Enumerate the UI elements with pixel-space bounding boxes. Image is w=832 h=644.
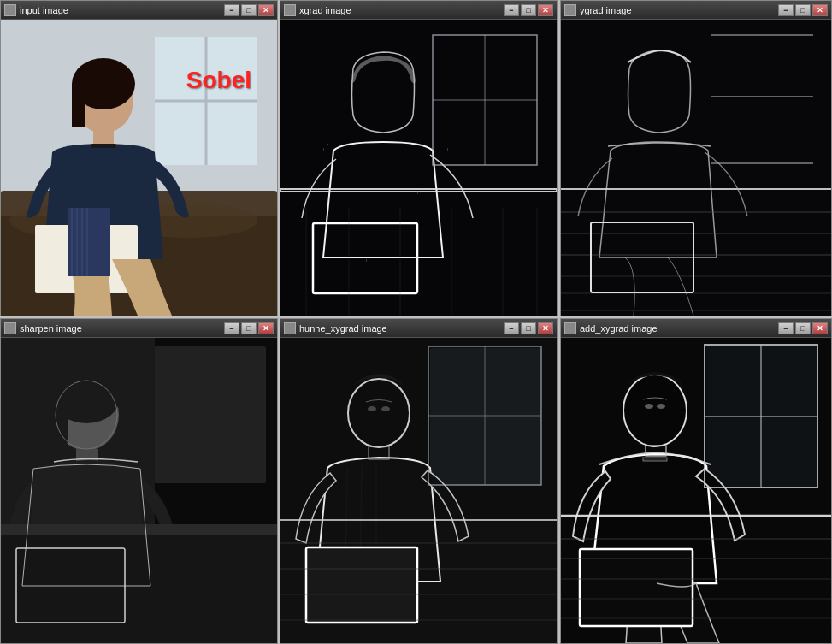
svg-point-93 xyxy=(657,404,665,409)
svg-rect-10 xyxy=(72,84,85,127)
close-button-addxy[interactable]: ✕ xyxy=(812,322,828,334)
window-addxy: add_xygrad image − □ ✕ xyxy=(560,318,832,644)
xgrad-image xyxy=(280,20,557,316)
svg-rect-53 xyxy=(52,396,68,443)
minimize-button-sharpen[interactable]: − xyxy=(224,322,239,334)
addxy-svg xyxy=(561,338,831,643)
close-button-hunhe[interactable]: ✕ xyxy=(538,322,553,334)
titlebar-buttons-sharpen: − □ ✕ xyxy=(224,322,274,334)
titlebar-buttons-input: − □ ✕ xyxy=(224,4,274,16)
window-xgrad: xgrad image − □ ✕ xyxy=(280,0,558,316)
maximize-button-xgrad[interactable]: □ xyxy=(521,4,536,16)
hunhe-image xyxy=(280,338,557,643)
content-hunhe xyxy=(280,338,557,643)
svg-rect-19 xyxy=(280,20,557,316)
window-title-sharpen: sharpen image xyxy=(20,323,82,334)
minimize-button-ygrad[interactable]: − xyxy=(778,4,794,16)
content-sharpen xyxy=(1,338,277,643)
window-icon-addxy xyxy=(564,322,576,334)
svg-rect-95 xyxy=(643,458,667,461)
svg-rect-14 xyxy=(71,208,73,276)
hunhe-svg xyxy=(280,338,557,643)
titlebar-addxy: add_xygrad image − □ ✕ xyxy=(561,319,831,338)
window-title-addxy: add_xygrad image xyxy=(580,323,658,334)
maximize-button-input[interactable]: □ xyxy=(241,4,257,16)
svg-point-75 xyxy=(368,406,376,411)
svg-rect-49 xyxy=(155,346,266,483)
content-input: Sobel xyxy=(1,20,277,316)
window-icon-xgrad xyxy=(284,4,296,16)
minimize-button-hunhe[interactable]: − xyxy=(504,322,519,334)
ygrad-svg xyxy=(561,20,831,316)
titlebar-input: input image − □ ✕ xyxy=(1,1,277,20)
titlebar-sharpen: sharpen image − □ ✕ xyxy=(1,319,277,338)
window-ygrad: ygrad image − □ ✕ xyxy=(560,0,832,316)
close-button-sharpen[interactable]: ✕ xyxy=(258,322,274,334)
content-xgrad xyxy=(280,20,557,316)
window-title-ygrad: ygrad image xyxy=(580,5,632,15)
content-addxy xyxy=(561,338,831,643)
svg-rect-15 xyxy=(76,208,78,276)
titlebar-buttons-addxy: − □ ✕ xyxy=(778,322,828,334)
svg-rect-35 xyxy=(366,259,367,262)
maximize-button-sharpen[interactable]: □ xyxy=(241,322,257,334)
sharpen-svg xyxy=(1,338,277,643)
window-hunhe: hunhe_xygrad image − □ ✕ xyxy=(280,318,558,644)
minimize-button-addxy[interactable]: − xyxy=(778,322,794,334)
svg-point-81 xyxy=(623,375,687,446)
svg-rect-17 xyxy=(86,208,88,276)
titlebar-hunhe: hunhe_xygrad image − □ ✕ xyxy=(280,319,557,338)
titlebar-xgrad: xgrad image − □ ✕ xyxy=(280,1,557,20)
xgrad-svg xyxy=(280,20,557,316)
titlebar-buttons-ygrad: − □ ✕ xyxy=(778,4,828,16)
window-icon-ygrad xyxy=(564,4,576,16)
sharpen-image xyxy=(1,338,277,643)
svg-point-92 xyxy=(645,404,653,409)
svg-rect-33 xyxy=(447,148,448,151)
svg-rect-58 xyxy=(1,524,277,535)
svg-rect-66 xyxy=(306,547,417,623)
svg-rect-82 xyxy=(580,549,693,626)
close-button-xgrad[interactable]: ✕ xyxy=(538,4,553,16)
window-title-xgrad: xgrad image xyxy=(299,5,351,15)
svg-rect-34 xyxy=(417,191,418,194)
window-sharpen: sharpen image − □ ✕ xyxy=(0,318,278,644)
input-image-svg xyxy=(1,20,277,316)
svg-rect-59 xyxy=(1,535,277,643)
maximize-button-hunhe[interactable]: □ xyxy=(521,322,536,334)
sobel-label: Sobel xyxy=(186,67,251,94)
maximize-button-ygrad[interactable]: □ xyxy=(795,4,811,16)
titlebar-buttons-hunhe: − □ ✕ xyxy=(504,322,553,334)
svg-rect-18 xyxy=(91,144,116,148)
minimize-button-xgrad[interactable]: − xyxy=(504,4,519,16)
addxy-image xyxy=(561,338,831,643)
maximize-button-addxy[interactable]: □ xyxy=(795,322,811,334)
svg-rect-32 xyxy=(327,144,328,145)
ygrad-image xyxy=(561,20,831,316)
input-image: Sobel xyxy=(1,20,277,316)
minimize-button-input[interactable]: − xyxy=(224,4,239,16)
close-button-ygrad[interactable]: ✕ xyxy=(812,4,828,16)
window-input: input image − □ ✕ xyxy=(0,0,278,316)
window-icon-hunhe xyxy=(284,322,296,334)
window-icon-sharpen xyxy=(4,322,16,334)
titlebar-ygrad: ygrad image − □ ✕ xyxy=(561,1,831,20)
window-title-input: input image xyxy=(20,5,68,15)
content-ygrad xyxy=(561,20,831,316)
svg-point-76 xyxy=(381,406,390,411)
window-icon-input xyxy=(4,4,16,16)
svg-rect-31 xyxy=(323,148,324,151)
svg-rect-16 xyxy=(81,208,83,276)
close-button-input[interactable]: ✕ xyxy=(258,4,274,16)
titlebar-buttons-xgrad: − □ ✕ xyxy=(504,4,553,16)
window-title-hunhe: hunhe_xygrad image xyxy=(299,323,387,334)
svg-rect-13 xyxy=(68,208,110,276)
svg-rect-63 xyxy=(430,348,541,485)
